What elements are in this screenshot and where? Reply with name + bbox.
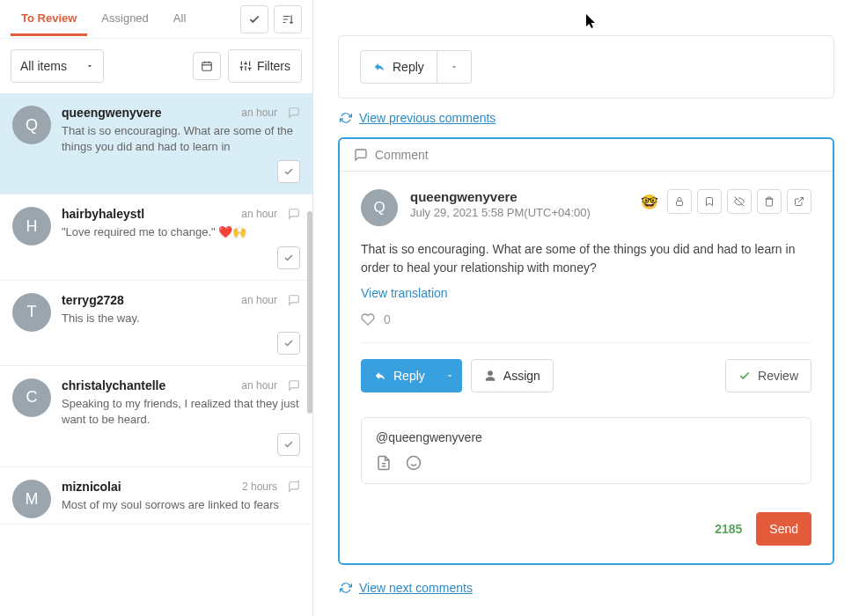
- reply-button[interactable]: Reply: [360, 50, 437, 84]
- reply-label: Reply: [393, 369, 425, 383]
- comment-author: queengwenyvere: [410, 189, 591, 204]
- check-icon: [283, 253, 294, 263]
- filters-label: Filters: [257, 59, 290, 73]
- refresh-icon: [340, 582, 352, 594]
- message-preview: Speaking to my friends, I realized that …: [62, 396, 300, 428]
- review-label: Review: [758, 369, 798, 383]
- timestamp: an hour: [241, 379, 277, 392]
- username: christalychantelle: [62, 378, 165, 392]
- view-next-comments-link[interactable]: View next comments: [359, 581, 473, 595]
- mark-reviewed-button[interactable]: [277, 160, 300, 183]
- reply-dropdown-button[interactable]: [437, 50, 472, 84]
- smile-icon: [406, 455, 422, 471]
- scrollbar[interactable]: [307, 211, 312, 414]
- reply-icon: [373, 61, 385, 73]
- tab-all[interactable]: All: [163, 3, 196, 36]
- lock-icon: [674, 196, 685, 207]
- calendar-icon: [201, 60, 213, 72]
- username: queengwenyvere: [62, 106, 162, 120]
- filters-button[interactable]: Filters: [228, 49, 302, 83]
- user-icon: [484, 370, 496, 382]
- hide-button[interactable]: [727, 189, 752, 214]
- message-preview: Most of my soul sorrows are linked to fe…: [62, 497, 300, 513]
- timestamp: 2 hours: [242, 480, 277, 493]
- mark-reviewed-button[interactable]: [277, 433, 300, 456]
- timestamp: an hour: [241, 208, 277, 220]
- list-item[interactable]: C christalychantelle an hour Speaking to…: [0, 366, 312, 467]
- sort-button[interactable]: [274, 5, 302, 33]
- reply-button[interactable]: Reply: [361, 359, 438, 392]
- eye-off-icon: [734, 196, 745, 207]
- svg-point-2: [407, 457, 421, 470]
- comment-icon: [288, 294, 300, 306]
- send-button[interactable]: Send: [756, 512, 811, 546]
- bookmark-button[interactable]: [697, 189, 722, 214]
- chevron-down-icon: [445, 371, 454, 380]
- svg-rect-0: [202, 62, 212, 70]
- message-preview: That is so encouraging. What are some of…: [62, 123, 300, 155]
- username: miznicolai: [62, 480, 121, 494]
- check-icon: [283, 166, 294, 177]
- selected-comment-card: Comment Q queengwenyvere July 29, 2021 5…: [338, 137, 834, 565]
- items-filter-label: All items: [20, 59, 67, 73]
- chevron-down-icon: [85, 62, 94, 70]
- external-icon: [794, 196, 804, 207]
- open-external-button[interactable]: [787, 189, 811, 214]
- note-icon: [376, 455, 392, 471]
- reply-icon: [374, 370, 386, 382]
- check-icon: [283, 439, 294, 450]
- avatar: T: [12, 293, 51, 332]
- mark-reviewed-button[interactable]: [277, 332, 300, 355]
- message-preview: "Love required me to change." ❤️🙌: [62, 224, 300, 240]
- svg-rect-1: [677, 202, 683, 206]
- list-item[interactable]: T terryg2728 an hour This is the way.: [0, 281, 312, 366]
- reply-dropdown-button[interactable]: [438, 359, 462, 392]
- avatar: H: [12, 207, 51, 246]
- previous-comment-card: Reply: [338, 35, 834, 99]
- bookmark-icon: [704, 196, 715, 207]
- compose-text: @queengwenyvere: [376, 430, 797, 444]
- comment-body: That is so encouraging. What are some of…: [361, 240, 811, 277]
- saved-reply-button[interactable]: [376, 455, 392, 471]
- comment-icon: [288, 208, 300, 220]
- timestamp: an hour: [241, 106, 277, 119]
- heart-icon: [361, 312, 375, 326]
- username: hairbyhaleystl: [62, 207, 144, 221]
- reply-label: Reply: [393, 60, 424, 74]
- view-translation-link[interactable]: View translation: [361, 286, 811, 300]
- list-item[interactable]: Q queengwenyvere an hour That is so enco…: [0, 93, 312, 194]
- delete-button[interactable]: [757, 189, 782, 214]
- review-button[interactable]: Review: [725, 359, 811, 392]
- tab-to-review[interactable]: To Review: [11, 3, 87, 36]
- comment-label: Comment: [375, 148, 429, 162]
- char-counter: 2185: [715, 522, 742, 536]
- sentiment-button[interactable]: 🤓: [637, 189, 662, 214]
- assign-button[interactable]: Assign: [471, 359, 554, 392]
- username: terryg2728: [62, 293, 124, 307]
- tab-assigned[interactable]: Assigned: [91, 3, 158, 36]
- refresh-icon: [340, 112, 352, 124]
- timestamp: an hour: [241, 294, 277, 306]
- check-icon: [738, 370, 751, 382]
- compose-box[interactable]: @queengwenyvere: [361, 417, 811, 484]
- mark-reviewed-button[interactable]: [277, 246, 300, 269]
- lock-button[interactable]: [667, 189, 692, 214]
- avatar: Q: [361, 189, 398, 226]
- items-filter-dropdown[interactable]: All items: [11, 49, 104, 83]
- list-item[interactable]: H hairbyhaleystl an hour "Love required …: [0, 194, 312, 280]
- view-previous-comments-link[interactable]: View previous comments: [359, 111, 496, 125]
- avatar: Q: [12, 106, 51, 144]
- sort-icon: [282, 13, 294, 26]
- comment-icon: [288, 480, 300, 493]
- chevron-down-icon: [450, 62, 459, 71]
- avatar: M: [12, 480, 51, 518]
- trash-icon: [764, 196, 775, 207]
- comment-date: July 29, 2021 5:58 PM(UTC+04:00): [410, 206, 591, 219]
- calendar-button[interactable]: [193, 52, 221, 80]
- comment-icon: [288, 379, 300, 392]
- comment-icon: [354, 148, 368, 162]
- mark-all-reviewed-button[interactable]: [240, 5, 268, 33]
- list-item[interactable]: M miznicolai 2 hours Most of my soul sor…: [0, 467, 312, 524]
- like-count: 0: [384, 312, 391, 326]
- emoji-button[interactable]: [406, 455, 422, 471]
